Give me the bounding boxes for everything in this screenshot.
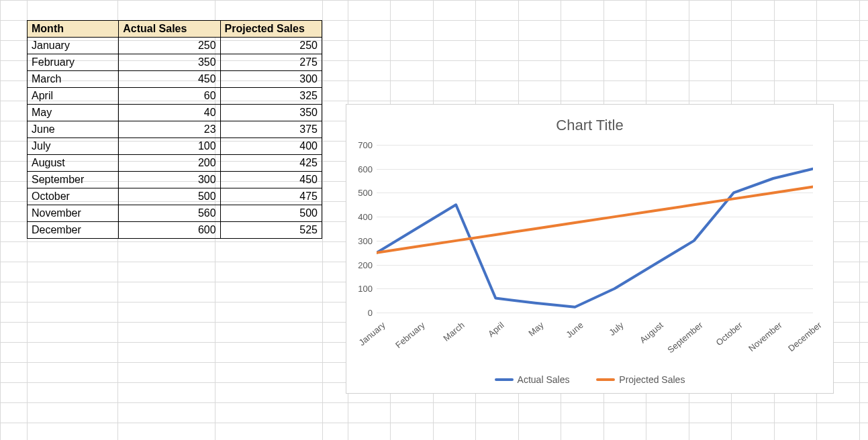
cell-month[interactable]: August: [28, 155, 119, 172]
cell-month[interactable]: June: [28, 121, 119, 138]
cell-actual[interactable]: 23: [119, 121, 220, 138]
cell-month[interactable]: January: [28, 38, 119, 54]
x-tick-label: July: [607, 320, 625, 337]
x-tick-label: May: [527, 320, 546, 338]
x-tick-label: June: [565, 320, 585, 340]
cell-month[interactable]: November: [28, 205, 119, 222]
cell-month[interactable]: February: [28, 54, 119, 71]
header-month[interactable]: Month: [28, 21, 119, 38]
table-row[interactable]: February350275: [28, 54, 322, 71]
legend-item-projected[interactable]: Projected Sales: [596, 374, 685, 385]
y-tick-label: 0: [346, 308, 373, 318]
x-tick-label: March: [441, 320, 466, 343]
cell-projected[interactable]: 275: [220, 54, 322, 71]
table-row[interactable]: May40350: [28, 105, 322, 121]
legend-swatch-actual: [495, 378, 514, 381]
cell-actual[interactable]: 560: [119, 205, 220, 222]
cell-projected[interactable]: 425: [220, 155, 322, 172]
y-axis-ticks: 0100200300400500600700: [346, 145, 377, 313]
table-row[interactable]: June23375: [28, 121, 322, 138]
series-line-1[interactable]: [377, 169, 813, 307]
cell-actual[interactable]: 200: [119, 155, 220, 172]
cell-projected[interactable]: 500: [220, 205, 322, 222]
cell-actual[interactable]: 40: [119, 105, 220, 121]
table-header-row[interactable]: Month Actual Sales Projected Sales: [28, 21, 322, 38]
cell-month[interactable]: September: [28, 172, 119, 188]
cell-projected[interactable]: 525: [220, 222, 322, 239]
cell-actual[interactable]: 350: [119, 54, 220, 71]
x-tick-label: April: [486, 320, 506, 339]
x-tick-label: August: [638, 320, 665, 345]
cell-actual[interactable]: 500: [119, 188, 220, 205]
table-row[interactable]: October500475: [28, 188, 322, 205]
table-row[interactable]: September300450: [28, 172, 322, 188]
cell-projected[interactable]: 450: [220, 172, 322, 188]
legend-swatch-projected: [596, 378, 615, 381]
chart-container[interactable]: Chart Title 0100200300400500600700 Janua…: [346, 104, 834, 394]
table-row[interactable]: January250250: [28, 38, 322, 54]
y-tick-label: 300: [346, 235, 373, 245]
y-tick-label: 200: [346, 260, 373, 270]
chart-svg: [377, 145, 813, 313]
table-row[interactable]: December600525: [28, 222, 322, 239]
table-row[interactable]: March450300: [28, 71, 322, 88]
cell-month[interactable]: March: [28, 71, 119, 88]
header-actual[interactable]: Actual Sales: [119, 21, 220, 38]
cell-projected[interactable]: 250: [220, 38, 322, 54]
x-tick-label: January: [357, 320, 387, 347]
sales-data-table[interactable]: Month Actual Sales Projected Sales Janua…: [27, 20, 322, 239]
cell-projected[interactable]: 475: [220, 188, 322, 205]
cell-month[interactable]: May: [28, 105, 119, 121]
y-tick-label: 500: [346, 188, 373, 198]
y-tick-label: 700: [346, 140, 373, 150]
table-row[interactable]: August200425: [28, 155, 322, 172]
legend-label-actual: Actual Sales: [518, 374, 570, 385]
cell-projected[interactable]: 300: [220, 71, 322, 88]
cell-projected[interactable]: 375: [220, 121, 322, 138]
cell-month[interactable]: April: [28, 88, 119, 105]
cell-month[interactable]: October: [28, 188, 119, 205]
x-tick-label: February: [393, 320, 427, 350]
x-axis-labels: JanuaryFebruaryMarchAprilMayJuneJulyAugu…: [377, 316, 813, 356]
table-row[interactable]: November560500: [28, 205, 322, 222]
x-tick-label: October: [714, 320, 744, 347]
y-tick-label: 100: [346, 284, 373, 294]
series-line-2[interactable]: [377, 187, 813, 253]
x-tick-label: November: [746, 320, 784, 353]
spreadsheet-sheet: Month Actual Sales Projected Sales Janua…: [0, 0, 868, 440]
y-tick-label: 600: [346, 164, 373, 174]
x-tick-label: December: [786, 320, 824, 353]
cell-projected[interactable]: 325: [220, 88, 322, 105]
cell-actual[interactable]: 600: [119, 222, 220, 239]
table-row[interactable]: July100400: [28, 138, 322, 155]
cell-month[interactable]: December: [28, 222, 119, 239]
table-row[interactable]: April60325: [28, 88, 322, 105]
cell-actual[interactable]: 100: [119, 138, 220, 155]
header-projected[interactable]: Projected Sales: [220, 21, 322, 38]
cell-actual[interactable]: 450: [119, 71, 220, 88]
cell-projected[interactable]: 400: [220, 138, 322, 155]
x-tick-label: September: [665, 320, 704, 355]
legend-label-projected: Projected Sales: [619, 374, 685, 385]
chart-legend[interactable]: Actual Sales Projected Sales: [346, 372, 833, 385]
chart-title[interactable]: Chart Title: [346, 117, 833, 134]
chart-plot-area[interactable]: [377, 145, 813, 313]
cell-projected[interactable]: 350: [220, 105, 322, 121]
cell-actual[interactable]: 300: [119, 172, 220, 188]
cell-actual[interactable]: 250: [119, 38, 220, 54]
cell-actual[interactable]: 60: [119, 88, 220, 105]
cell-month[interactable]: July: [28, 138, 119, 155]
legend-item-actual[interactable]: Actual Sales: [495, 374, 570, 385]
y-tick-label: 400: [346, 212, 373, 222]
